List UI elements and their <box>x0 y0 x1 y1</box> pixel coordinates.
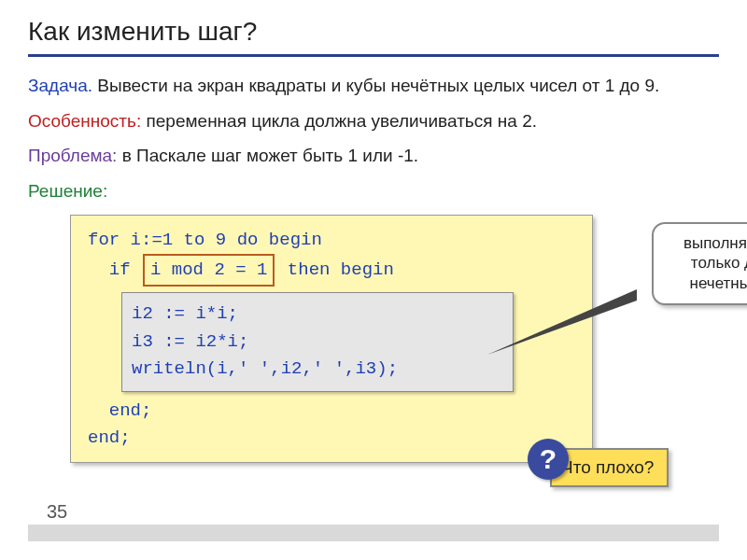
code-line: end; <box>88 398 575 425</box>
code-line: writeln(i,' ',i2,' ',i3); <box>132 356 503 383</box>
feature-label: Особенность: <box>28 111 141 131</box>
callout-bubble: выполняется только для нечетных i <box>652 222 747 305</box>
feature-line: Особенность: переменная цикла должна уве… <box>28 109 719 133</box>
problem-text: в Паскале шаг может быть 1 или -1. <box>117 146 418 165</box>
code-line: i3 := i2*i; <box>132 329 503 356</box>
page-title: Как изменить шаг? <box>28 17 719 57</box>
code-line: for i:=1 to 9 do begin <box>88 227 575 254</box>
callout-pointer <box>487 289 655 355</box>
problem-label: Проблема: <box>28 146 117 165</box>
svg-marker-0 <box>487 289 637 355</box>
code-line: i2 := i*i; <box>132 301 503 328</box>
solution-label: Решение: <box>28 179 719 203</box>
code-line: if i mod 2 = 1 then begin <box>88 254 575 287</box>
inner-code-block: i2 := i*i; i3 := i2*i; writeln(i,' ',i2,… <box>121 292 514 391</box>
footer-bar <box>28 525 719 541</box>
task-text: Вывести на экран квадраты и кубы нечётны… <box>92 76 659 95</box>
note-box: ? Что плохо? <box>550 448 669 487</box>
code-line: end; <box>88 425 575 452</box>
task-label: Задача. <box>28 76 92 95</box>
question-mark-icon: ? <box>528 439 569 480</box>
problem-line: Проблема: в Паскале шаг может быть 1 или… <box>28 144 719 168</box>
task-line: Задача. Вывести на экран квадраты и кубы… <box>28 74 719 98</box>
feature-text: переменная цикла должна увеличиваться на… <box>141 111 537 131</box>
note-text: Что плохо? <box>561 457 654 477</box>
condition-highlight: i mod 2 = 1 <box>143 254 275 287</box>
page-number: 35 <box>47 501 67 523</box>
